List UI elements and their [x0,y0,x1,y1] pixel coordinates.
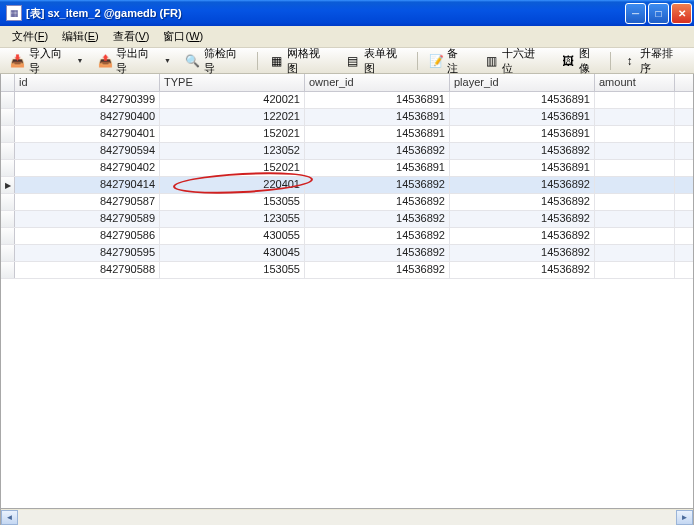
cell-amount[interactable] [595,143,675,159]
table-row[interactable]: 8427903994200211453689114536891 [1,92,693,109]
column-header-id[interactable]: id [15,74,160,91]
cell-type[interactable]: 430045 [160,245,305,261]
cell-type[interactable]: 152021 [160,126,305,142]
corner-cell[interactable] [1,74,15,91]
cell-id[interactable]: 842790589 [15,211,160,227]
cell-id[interactable]: 842790399 [15,92,160,108]
cell-amount[interactable] [595,194,675,210]
cell-player[interactable]: 14536891 [450,109,595,125]
cell-id[interactable]: 842790595 [15,245,160,261]
row-indicator[interactable]: ▶ [1,177,15,193]
column-header-owner[interactable]: owner_id [305,74,450,91]
grid-header: id TYPE owner_id player_id amount [1,74,693,92]
cell-id[interactable]: 842790588 [15,262,160,278]
cell-owner[interactable]: 14536892 [305,262,450,278]
chevron-down-icon: ▼ [76,57,83,64]
row-indicator[interactable] [1,245,15,261]
cell-player[interactable]: 14536892 [450,194,595,210]
cell-amount[interactable] [595,92,675,108]
cell-owner[interactable]: 14536892 [305,245,450,261]
sort-asc-icon: ↕ [621,53,637,69]
scroll-right-button[interactable]: ► [676,510,693,525]
cell-type[interactable]: 220401 [160,177,305,193]
cell-player[interactable]: 14536892 [450,228,595,244]
cell-player[interactable]: 14536891 [450,160,595,176]
cell-owner[interactable]: 14536892 [305,228,450,244]
cell-type[interactable]: 153055 [160,262,305,278]
column-header-type[interactable]: TYPE [160,74,305,91]
row-indicator[interactable] [1,126,15,142]
row-indicator[interactable] [1,143,15,159]
cell-amount[interactable] [595,177,675,193]
cell-amount[interactable] [595,262,675,278]
cell-amount[interactable] [595,228,675,244]
table-row[interactable]: 8427905891230551453689214536892 [1,211,693,228]
cell-owner[interactable]: 14536892 [305,194,450,210]
cell-player[interactable]: 14536892 [450,262,595,278]
column-header-amount[interactable]: amount [595,74,675,91]
table-row[interactable]: 8427905881530551453689214536892 [1,262,693,279]
table-row[interactable]: 8427905864300551453689214536892 [1,228,693,245]
filter-icon: 🔍 [185,53,201,69]
separator [417,52,418,70]
row-indicator[interactable] [1,262,15,278]
cell-player[interactable]: 14536891 [450,92,595,108]
cell-type[interactable]: 152021 [160,160,305,176]
cell-id[interactable]: 842790400 [15,109,160,125]
row-indicator[interactable] [1,109,15,125]
scroll-track[interactable] [18,510,676,525]
cell-owner[interactable]: 14536891 [305,160,450,176]
export-icon: 📤 [97,53,113,69]
cell-id[interactable]: 842790594 [15,143,160,159]
table-row[interactable]: 8427905954300451453689214536892 [1,245,693,262]
cell-type[interactable]: 123055 [160,211,305,227]
cell-type[interactable]: 420021 [160,92,305,108]
row-indicator[interactable] [1,211,15,227]
cell-id[interactable]: 842790401 [15,126,160,142]
table-row[interactable]: 8427904001220211453689114536891 [1,109,693,126]
cell-owner[interactable]: 14536891 [305,109,450,125]
scroll-left-button[interactable]: ◄ [1,510,18,525]
row-indicator[interactable] [1,160,15,176]
cell-amount[interactable] [595,211,675,227]
column-header-player[interactable]: player_id [450,74,595,91]
cell-amount[interactable] [595,109,675,125]
cell-type[interactable]: 430055 [160,228,305,244]
cell-amount[interactable] [595,126,675,142]
cell-owner[interactable]: 14536892 [305,177,450,193]
close-button[interactable]: ✕ [671,3,692,24]
cell-id[interactable]: 842790402 [15,160,160,176]
table-row[interactable]: 8427905941230521453689214536892 [1,143,693,160]
hex-icon: ▥ [483,53,499,69]
image-icon: 🖼 [560,53,576,69]
maximize-button[interactable]: □ [648,3,669,24]
data-grid: id TYPE owner_id player_id amount 842790… [0,74,694,509]
cell-owner[interactable]: 14536891 [305,92,450,108]
cell-owner[interactable]: 14536892 [305,211,450,227]
cell-owner[interactable]: 14536891 [305,126,450,142]
cell-id[interactable]: 842790587 [15,194,160,210]
row-indicator[interactable] [1,228,15,244]
window-controls: ─ □ ✕ [625,3,692,24]
table-row[interactable]: ▶8427904142204011453689214536892 [1,177,693,194]
cell-player[interactable]: 14536892 [450,177,595,193]
row-indicator[interactable] [1,92,15,108]
cell-player[interactable]: 14536892 [450,143,595,159]
cell-type[interactable]: 123052 [160,143,305,159]
cell-player[interactable]: 14536892 [450,211,595,227]
table-row[interactable]: 8427905871530551453689214536892 [1,194,693,211]
minimize-button[interactable]: ─ [625,3,646,24]
cell-amount[interactable] [595,160,675,176]
cell-type[interactable]: 122021 [160,109,305,125]
cell-player[interactable]: 14536891 [450,126,595,142]
horizontal-scrollbar[interactable]: ◄ ► [0,509,694,525]
cell-amount[interactable] [595,245,675,261]
cell-type[interactable]: 153055 [160,194,305,210]
cell-id[interactable]: 842790586 [15,228,160,244]
cell-id[interactable]: 842790414 [15,177,160,193]
row-indicator[interactable] [1,194,15,210]
cell-owner[interactable]: 14536892 [305,143,450,159]
cell-player[interactable]: 14536892 [450,245,595,261]
table-row[interactable]: 8427904011520211453689114536891 [1,126,693,143]
table-row[interactable]: 8427904021520211453689114536891 [1,160,693,177]
